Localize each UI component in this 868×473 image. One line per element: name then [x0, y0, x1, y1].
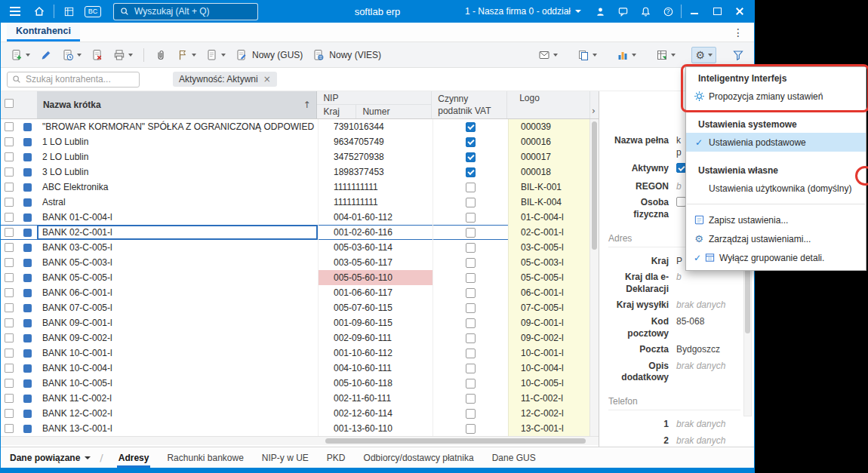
row-checkbox[interactable]: [5, 137, 14, 146]
row-check-cell[interactable]: [1, 180, 17, 195]
row-check-cell[interactable]: [1, 330, 17, 346]
vat-checkbox[interactable]: [466, 364, 476, 373]
vertical-scrollbar-thumb[interactable]: [592, 121, 597, 250]
vat-checkbox[interactable]: [466, 424, 476, 434]
cell-vat[interactable]: [432, 164, 508, 180]
table-row[interactable]: BANK 06-C-001-l 001-06-60-117 06-C-001-l: [1, 285, 590, 300]
select-all-cell[interactable]: [1, 91, 17, 118]
cell-nip[interactable]: 001-09-60-115: [318, 315, 432, 330]
cell-logo[interactable]: 000017: [508, 149, 590, 164]
cell-vat[interactable]: [432, 240, 508, 255]
row-checkbox[interactable]: [5, 318, 14, 327]
messages-button[interactable]: [613, 2, 633, 20]
row-check-cell[interactable]: [1, 149, 17, 164]
cell-logo[interactable]: 01-C-004-l: [508, 210, 590, 225]
vat-checkbox[interactable]: [466, 394, 476, 404]
cell-nip[interactable]: 005-05-60-110: [318, 270, 432, 285]
history-button[interactable]: [58, 46, 85, 64]
settings-button[interactable]: ⚙: [691, 47, 716, 63]
cell-logo[interactable]: 13-C-001-l: [508, 421, 590, 436]
new-gus-button[interactable]: Nowy (GUS): [232, 46, 306, 64]
bottom-tab-pkd[interactable]: PKD: [318, 447, 355, 468]
cell-name[interactable]: BANK 12-C-002-l: [37, 406, 318, 421]
cell-name[interactable]: BANK 06-C-001-l: [37, 285, 318, 300]
cell-name[interactable]: 2 LO Lublin: [37, 149, 318, 164]
row-checkbox[interactable]: [5, 273, 14, 282]
cell-logo[interactable]: BIL-K-004: [508, 195, 590, 210]
delete-record-button[interactable]: [88, 46, 107, 64]
tab-kontrahenci[interactable]: Kontrahenci: [7, 23, 80, 41]
table-row[interactable]: BANK 05-C-003-l 003-05-60-117 05-C-003-l: [1, 255, 590, 270]
cell-vat[interactable]: [432, 330, 508, 346]
minimize-button[interactable]: [685, 2, 704, 20]
maximize-button[interactable]: [707, 2, 727, 20]
table-row[interactable]: BANK 01-C-004-l 004-01-60-112 01-C-004-l: [1, 210, 590, 225]
cell-logo[interactable]: 07-C-005-l: [508, 300, 590, 315]
cell-logo[interactable]: 11-C-002-l: [508, 391, 590, 406]
cell-name[interactable]: BANK 13-C-001-l: [37, 421, 318, 436]
menu-item-propozycja-zmiany-ustawien[interactable]: Propozycja zmiany ustawień: [686, 87, 866, 106]
chart-button[interactable]: [613, 46, 640, 64]
vat-checkbox[interactable]: [466, 213, 476, 223]
row-check-cell[interactable]: [1, 210, 17, 225]
row-check-cell[interactable]: [1, 195, 17, 210]
cell-nip[interactable]: 002-12-60-114: [318, 406, 432, 421]
table-row[interactable]: BANK 05-C-005-l 005-05-60-110 05-C-005-l: [1, 270, 590, 285]
cell-logo[interactable]: 03-C-005-l: [508, 240, 590, 255]
row-checkbox[interactable]: [5, 228, 14, 237]
row-checkbox[interactable]: [5, 379, 14, 388]
cell-nip[interactable]: 1898377453: [318, 164, 432, 180]
cell-nip[interactable]: 005-07-60-115: [318, 300, 432, 315]
row-check-cell[interactable]: [1, 255, 17, 270]
cell-name[interactable]: BANK 11-C-002-l: [37, 391, 318, 406]
vat-checkbox[interactable]: [466, 288, 476, 298]
row-checkbox[interactable]: [5, 349, 14, 358]
export-button[interactable]: [652, 46, 679, 64]
row-check-cell[interactable]: [1, 240, 17, 255]
bottom-tab-adresy[interactable]: Adresy: [109, 447, 159, 468]
vertical-scrollbar[interactable]: [589, 119, 599, 436]
cell-logo[interactable]: 06-C-001-l: [508, 285, 590, 300]
table-row[interactable]: BANK 10-C-004-l 004-10-60-111 10-C-004-l: [1, 361, 590, 376]
cell-vat[interactable]: [432, 195, 508, 210]
cell-logo[interactable]: 09-C-002-l: [508, 330, 590, 346]
cell-nip[interactable]: 004-01-60-112: [318, 210, 432, 225]
cell-name[interactable]: BANK 03-C-005-l: [37, 240, 318, 255]
cell-vat[interactable]: [432, 421, 508, 436]
vat-checkbox[interactable]: [466, 137, 476, 147]
horizontal-scrollbar[interactable]: [1, 436, 599, 445]
cell-nip[interactable]: 002-11-60-111: [318, 391, 432, 406]
vat-checkbox[interactable]: [466, 273, 476, 283]
table-row[interactable]: BANK 10-C-005-l 005-10-60-118 10-C-005-l: [1, 376, 590, 391]
table-row[interactable]: 2 LO Lublin 3475270938 000017: [1, 149, 590, 164]
cell-vat[interactable]: [432, 406, 508, 421]
row-checkbox[interactable]: [5, 409, 14, 418]
bottom-tab-dane-gus[interactable]: Dane GUS: [483, 447, 545, 468]
row-checkbox[interactable]: [5, 303, 14, 312]
row-checkbox[interactable]: [5, 198, 14, 207]
cell-name[interactable]: Astral: [37, 195, 318, 210]
cell-name[interactable]: BANK 09-C-002-l: [37, 330, 318, 346]
table-row[interactable]: BANK 02-C-001-l 001-02-60-116 02-C-001-l: [1, 225, 590, 240]
bottom-tab-odbiorcy-dostawcy-p-atnika[interactable]: Odbiorcy/dostawcy płatnika: [355, 447, 483, 468]
cell-logo[interactable]: 10-C-001-l: [508, 346, 590, 361]
select-all-checkbox[interactable]: [5, 99, 14, 108]
row-check-cell[interactable]: [1, 300, 17, 315]
bottom-tab-nip-y-w-ue[interactable]: NIP-y w UE: [253, 447, 318, 468]
cell-nip[interactable]: 1111111111: [318, 180, 432, 195]
user-button[interactable]: [590, 2, 610, 20]
row-check-cell[interactable]: [1, 421, 17, 436]
company-selector[interactable]: 1 - Nasza firma 0 - oddział: [459, 2, 587, 20]
vat-checkbox[interactable]: [466, 152, 476, 162]
cell-vat[interactable]: [432, 285, 508, 300]
vat-checkbox[interactable]: [466, 183, 476, 192]
row-checkbox[interactable]: [5, 213, 14, 222]
row-check-cell[interactable]: [1, 285, 17, 300]
vat-checkbox[interactable]: [466, 122, 476, 132]
help-button[interactable]: ?: [658, 2, 678, 20]
home-button[interactable]: [29, 2, 49, 20]
row-check-cell[interactable]: [1, 346, 17, 361]
search-contractor-input[interactable]: [7, 72, 140, 88]
menu-item-zarzadzaj-ustawieniami[interactable]: ⚙ Zarządzaj ustawieniami...: [686, 229, 866, 248]
vat-checkbox[interactable]: [466, 349, 476, 358]
